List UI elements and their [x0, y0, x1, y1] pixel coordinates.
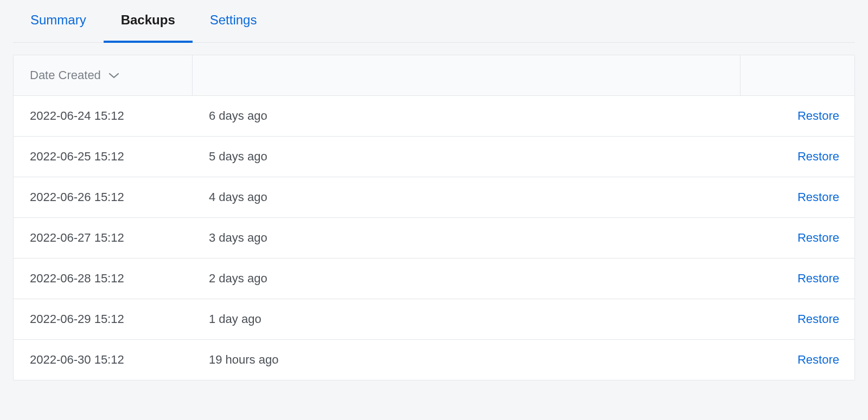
cell-date: 2022-06-26 15:12 [14, 177, 193, 217]
table-body: 2022-06-24 15:126 days agoRestore2022-06… [14, 96, 854, 380]
cell-action: Restore [741, 177, 854, 217]
cell-age: 6 days ago [193, 96, 741, 136]
cell-age: 2 days ago [193, 259, 741, 299]
tab-settings[interactable]: Settings [193, 1, 275, 43]
cell-date: 2022-06-24 15:12 [14, 96, 193, 136]
column-header-age [193, 55, 741, 95]
cell-date: 2022-06-29 15:12 [14, 299, 193, 339]
table-row: 2022-06-25 15:125 days agoRestore [14, 137, 854, 177]
cell-action: Restore [741, 259, 854, 299]
column-header-date-created[interactable]: Date Created [14, 55, 193, 95]
cell-age: 4 days ago [193, 177, 741, 217]
tabs-nav: Summary Backups Settings [13, 0, 855, 43]
cell-age: 19 hours ago [193, 340, 741, 380]
tab-summary[interactable]: Summary [13, 1, 104, 43]
backups-table: Date Created 2022-06-24 15:126 days agoR… [13, 55, 855, 380]
cell-action: Restore [741, 218, 854, 258]
table-row: 2022-06-28 15:122 days agoRestore [14, 259, 854, 299]
restore-button[interactable]: Restore [797, 272, 839, 285]
chevron-down-icon [108, 72, 119, 79]
restore-button[interactable]: Restore [797, 353, 839, 366]
cell-date: 2022-06-28 15:12 [14, 259, 193, 299]
tab-backups[interactable]: Backups [104, 1, 193, 43]
restore-button[interactable]: Restore [797, 109, 839, 122]
cell-age: 1 day ago [193, 299, 741, 339]
table-row: 2022-06-24 15:126 days agoRestore [14, 96, 854, 137]
restore-button[interactable]: Restore [797, 231, 839, 244]
table-row: 2022-06-27 15:123 days agoRestore [14, 218, 854, 259]
cell-action: Restore [741, 96, 854, 136]
column-header-action [741, 55, 854, 95]
cell-action: Restore [741, 137, 854, 177]
table-row: 2022-06-26 15:124 days agoRestore [14, 177, 854, 218]
table-row: 2022-06-29 15:121 day agoRestore [14, 299, 854, 340]
column-header-label: Date Created [30, 68, 101, 82]
table-row: 2022-06-30 15:1219 hours agoRestore [14, 340, 854, 380]
table-header: Date Created [14, 55, 854, 96]
restore-button[interactable]: Restore [797, 312, 839, 326]
restore-button[interactable]: Restore [797, 150, 839, 163]
cell-age: 5 days ago [193, 137, 741, 177]
restore-button[interactable]: Restore [797, 190, 839, 204]
cell-date: 2022-06-30 15:12 [14, 340, 193, 380]
cell-date: 2022-06-25 15:12 [14, 137, 193, 177]
cell-date: 2022-06-27 15:12 [14, 218, 193, 258]
cell-action: Restore [741, 340, 854, 380]
cell-action: Restore [741, 299, 854, 339]
cell-age: 3 days ago [193, 218, 741, 258]
